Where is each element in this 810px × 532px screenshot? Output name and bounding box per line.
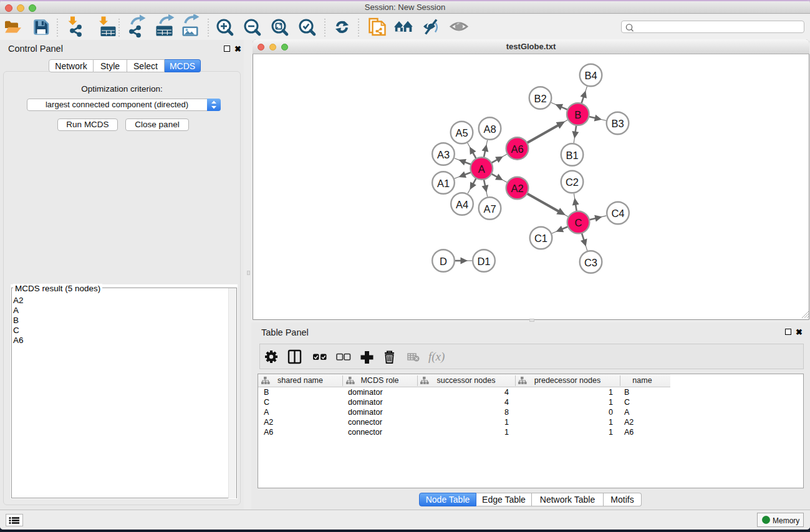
svg-text:A2: A2 [511,183,523,194]
svg-text:A3: A3 [437,149,450,160]
svg-text:A1: A1 [437,178,450,189]
svg-text:B2: B2 [534,93,546,104]
svg-text:A6: A6 [511,143,523,155]
svg-text:A: A [478,163,485,175]
svg-text:A4: A4 [456,199,468,210]
svg-text:C4: C4 [611,208,624,219]
svg-text:A5: A5 [455,127,468,138]
svg-text:C2: C2 [566,177,579,188]
svg-text:B4: B4 [584,70,597,81]
svg-text:f(x): f(x) [428,350,445,364]
svg-text:A8: A8 [483,123,496,135]
svg-text:A7: A7 [483,203,496,215]
svg-text:D1: D1 [477,256,490,267]
svg-text:C1: C1 [534,233,547,244]
svg-text:C3: C3 [584,257,597,268]
svg-text:D: D [440,256,447,267]
svg-text:B3: B3 [611,118,624,129]
svg-text:C: C [575,217,582,228]
svg-text:B1: B1 [566,150,578,161]
svg-text:B: B [574,109,581,120]
